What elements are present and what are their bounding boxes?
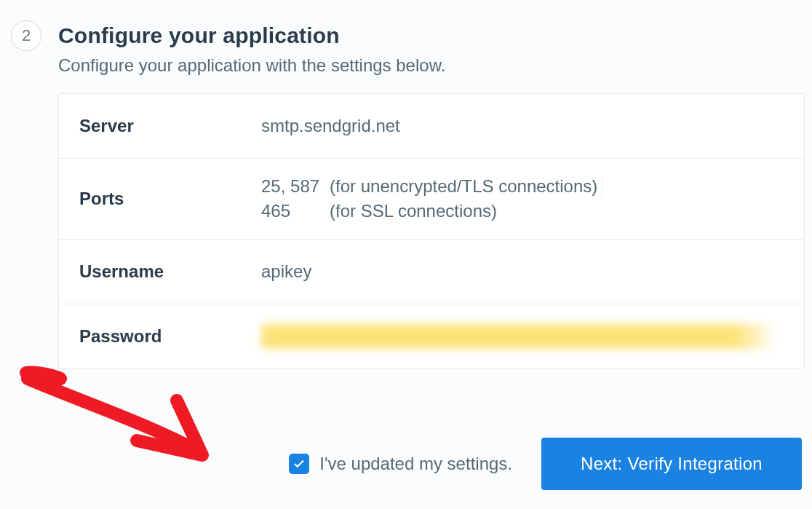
confirm-checkbox-label: I've updated my settings.: [319, 454, 512, 474]
page-title: Configure your application: [58, 23, 805, 48]
row-server: Server smtp.sendgrid.net: [59, 94, 804, 158]
ports-tls-value: 25, 587: [261, 176, 319, 197]
row-username: Username apikey: [59, 239, 804, 304]
step-number-badge: 2: [11, 20, 41, 51]
next-verify-button[interactable]: Next: Verify Integration: [541, 438, 802, 490]
value-ports: 25, 587 (for unencrypted/TLS connections…: [261, 176, 602, 221]
value-password-blurred: [261, 324, 776, 349]
confirm-checkbox-wrap[interactable]: I've updated my settings.: [289, 454, 512, 474]
label-username: Username: [79, 261, 261, 282]
row-ports: Ports 25, 587 (for unencrypted/TLS conne…: [59, 158, 804, 239]
footer-actions: I've updated my settings. Next: Verify I…: [0, 438, 805, 490]
confirm-checkbox[interactable]: [289, 454, 309, 474]
label-ports: Ports: [79, 189, 261, 209]
page-subtitle: Configure your application with the sett…: [58, 55, 805, 76]
check-icon: [292, 457, 306, 470]
ports-ssl-value: 465: [261, 201, 319, 221]
value-username: apikey: [261, 261, 784, 282]
row-password: Password: [59, 304, 804, 368]
label-server: Server: [79, 116, 261, 136]
ports-ssl-desc: (for SSL connections): [330, 201, 602, 221]
label-password: Password: [79, 326, 261, 347]
settings-table: Server smtp.sendgrid.net Ports 25, 587 (…: [58, 93, 805, 369]
step-configure: 2 Configure your application Configure y…: [58, 22, 805, 369]
value-server: smtp.sendgrid.net: [261, 116, 784, 136]
ports-tls-desc: (for unencrypted/TLS connections): [330, 176, 602, 197]
